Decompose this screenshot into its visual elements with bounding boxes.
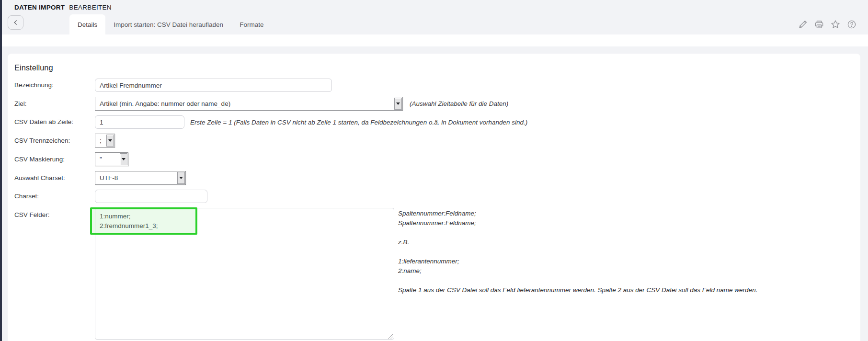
page-title: DATEN IMPORT: [14, 4, 65, 11]
help-icon[interactable]: [847, 20, 857, 29]
trennzeichen-select-dropdown-button[interactable]: [106, 135, 114, 147]
tab-import-starten[interactable]: Import starten: CSV Datei heraufladen: [105, 14, 231, 34]
ziel-select-dropdown-button[interactable]: [394, 98, 402, 110]
tab-formate[interactable]: Formate: [231, 14, 272, 34]
chevron-left-icon: [12, 19, 19, 26]
zeile-note: Erste Zeile = 1 (Falls Daten in CSV nich…: [190, 119, 527, 126]
panel-heading: Einstellung: [14, 62, 854, 73]
row-charset: Charset:: [14, 190, 854, 203]
dropdown-arrow-icon: [396, 102, 400, 105]
toolbar-icons: [798, 14, 857, 34]
sidebar-edge: [0, 0, 2, 341]
maskierung-label: CSV Maskierung:: [14, 155, 95, 164]
bezeichnung-input[interactable]: [95, 79, 332, 92]
printer-icon[interactable]: [814, 20, 824, 29]
edit-pencil-icon[interactable]: [798, 20, 808, 29]
charset-label: Charset:: [14, 192, 95, 201]
zeile-label: CSV Daten ab Zeile:: [14, 117, 95, 127]
row-csv-trennzeichen: CSV Trennzeichen: ;: [14, 134, 854, 148]
csv-felder-textarea-wrapper: 1:nummer; 2:fremdnummer1_3;: [95, 208, 394, 341]
row-auswahl-charset: Auswahl Charset: UTF-8: [14, 171, 854, 185]
auswahl-charset-select-value: UTF-8: [95, 174, 121, 182]
row-csv-daten-ab-zeile: CSV Daten ab Zeile: Erste Zeile = 1 (Fal…: [14, 115, 854, 129]
auswahl-charset-select-dropdown-button[interactable]: [177, 172, 185, 184]
tab-details[interactable]: Details: [69, 14, 105, 34]
ziel-select[interactable]: Artikel (min. Angabe: nummer oder name_d…: [95, 97, 403, 111]
star-icon[interactable]: [831, 20, 840, 29]
row-ziel: Ziel: Artikel (min. Angabe: nummer oder …: [14, 97, 854, 111]
row-bezeichnung: Bezeichnung:: [14, 79, 854, 92]
trennzeichen-label: CSV Trennzeichen:: [14, 136, 95, 146]
charset-input[interactable]: [95, 190, 207, 203]
csv-felder-textarea[interactable]: 1:nummer; 2:fremdnummer1_3;: [95, 208, 394, 340]
csv-felder-label: CSV Felder:: [14, 208, 95, 220]
ziel-label: Ziel:: [14, 99, 95, 109]
tab-bar: Details Import starten: CSV Datei herauf…: [0, 14, 868, 34]
auswahl-charset-label: Auswahl Charset:: [14, 173, 95, 183]
tabs: Details Import starten: CSV Datei herauf…: [69, 14, 272, 34]
dropdown-arrow-icon: [179, 177, 183, 179]
auswahl-charset-select[interactable]: UTF-8: [95, 171, 186, 185]
ziel-select-value: Artikel (min. Angabe: nummer oder name_d…: [95, 100, 233, 107]
settings-panel: Einstellung Bezeichnung: Ziel: Artikel (…: [8, 54, 860, 341]
csv-maskierung-select[interactable]: ": [95, 152, 128, 166]
csv-trennzeichen-select[interactable]: ;: [95, 134, 115, 148]
csv-daten-ab-zeile-input[interactable]: [95, 115, 184, 129]
content-header-strip: [0, 34, 868, 46]
back-button[interactable]: [8, 15, 23, 30]
bezeichnung-label: Bezeichnung:: [14, 80, 95, 90]
row-csv-maskierung: CSV Maskierung: ": [14, 152, 854, 166]
page-subtitle: BEARBEITEN: [69, 4, 112, 11]
titlebar: DATEN IMPORT BEARBEITEN: [0, 0, 868, 14]
trennzeichen-select-value: ;: [95, 137, 104, 144]
maskierung-select-value: ": [95, 156, 105, 163]
maskierung-select-dropdown-button[interactable]: [120, 153, 127, 165]
dropdown-arrow-icon: [108, 139, 112, 142]
ziel-note: (Auswahl Zieltabelle für die Daten): [410, 100, 508, 107]
dropdown-arrow-icon: [122, 158, 126, 160]
csv-felder-help-text: Spaltennummer:Feldname; Spaltennummer:Fe…: [398, 208, 757, 295]
row-csv-felder: CSV Felder: 1:nummer; 2:fremdnummer1_3; …: [14, 208, 854, 341]
